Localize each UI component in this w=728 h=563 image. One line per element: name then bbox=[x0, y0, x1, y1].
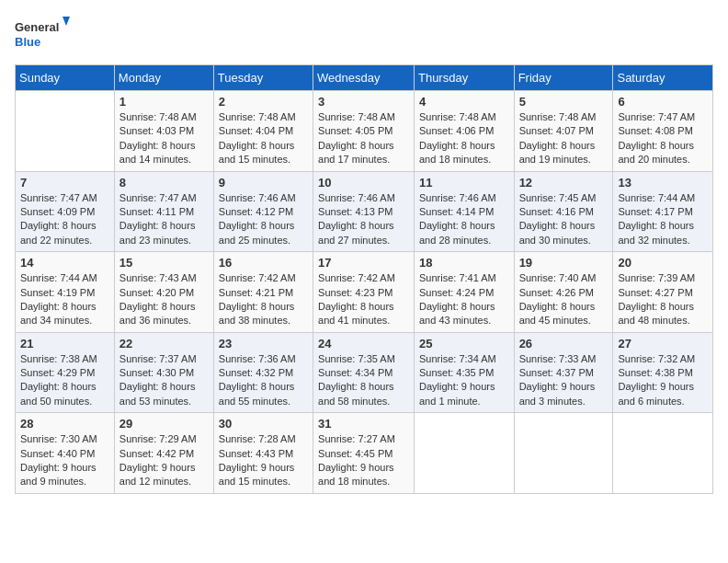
calendar-cell: 8Sunrise: 7:47 AMSunset: 4:11 PMDaylight… bbox=[114, 171, 213, 252]
calendar-cell: 14Sunrise: 7:44 AMSunset: 4:19 PMDayligh… bbox=[16, 252, 115, 333]
day-number: 30 bbox=[219, 417, 308, 431]
calendar-cell: 5Sunrise: 7:48 AMSunset: 4:07 PMDaylight… bbox=[514, 91, 613, 172]
day-number: 7 bbox=[20, 176, 109, 190]
day-info: Sunrise: 7:48 AMSunset: 4:04 PMDaylight:… bbox=[219, 110, 308, 167]
calendar-cell bbox=[613, 413, 713, 494]
day-info: Sunrise: 7:37 AMSunset: 4:30 PMDaylight:… bbox=[119, 352, 209, 409]
calendar-cell bbox=[514, 413, 613, 494]
calendar-cell: 20Sunrise: 7:39 AMSunset: 4:27 PMDayligh… bbox=[613, 252, 713, 333]
day-number: 10 bbox=[318, 176, 409, 190]
day-info: Sunrise: 7:33 AMSunset: 4:37 PMDaylight:… bbox=[519, 352, 609, 409]
calendar-cell: 16Sunrise: 7:42 AMSunset: 4:21 PMDayligh… bbox=[213, 252, 313, 333]
day-number: 16 bbox=[219, 256, 308, 270]
weekday-header-thursday: Thursday bbox=[414, 65, 514, 91]
calendar-cell: 23Sunrise: 7:36 AMSunset: 4:32 PMDayligh… bbox=[213, 332, 313, 413]
calendar-cell: 22Sunrise: 7:37 AMSunset: 4:30 PMDayligh… bbox=[114, 332, 213, 413]
day-number: 12 bbox=[519, 176, 609, 190]
weekday-header-monday: Monday bbox=[114, 65, 213, 91]
logo-svg: General Blue bbox=[15, 15, 70, 55]
day-number: 29 bbox=[119, 417, 209, 431]
header: General Blue bbox=[15, 15, 713, 55]
calendar-cell: 17Sunrise: 7:42 AMSunset: 4:23 PMDayligh… bbox=[313, 252, 415, 333]
weekday-header-wednesday: Wednesday bbox=[313, 65, 415, 91]
calendar-cell: 10Sunrise: 7:46 AMSunset: 4:13 PMDayligh… bbox=[313, 171, 415, 252]
day-number: 27 bbox=[618, 337, 708, 350]
calendar-cell bbox=[16, 91, 115, 172]
calendar-cell: 12Sunrise: 7:45 AMSunset: 4:16 PMDayligh… bbox=[514, 171, 613, 252]
day-info: Sunrise: 7:30 AMSunset: 4:40 PMDaylight:… bbox=[20, 432, 109, 489]
calendar-cell: 28Sunrise: 7:30 AMSunset: 4:40 PMDayligh… bbox=[16, 413, 115, 494]
day-number: 31 bbox=[318, 417, 409, 431]
day-number: 26 bbox=[519, 337, 609, 350]
day-info: Sunrise: 7:35 AMSunset: 4:34 PMDaylight:… bbox=[318, 352, 409, 409]
day-info: Sunrise: 7:47 AMSunset: 4:08 PMDaylight:… bbox=[618, 110, 708, 167]
day-info: Sunrise: 7:42 AMSunset: 4:21 PMDaylight:… bbox=[219, 271, 308, 328]
calendar-cell bbox=[414, 413, 514, 494]
calendar-cell: 31Sunrise: 7:27 AMSunset: 4:45 PMDayligh… bbox=[313, 413, 415, 494]
day-info: Sunrise: 7:48 AMSunset: 4:05 PMDaylight:… bbox=[318, 110, 409, 167]
calendar-cell: 7Sunrise: 7:47 AMSunset: 4:09 PMDaylight… bbox=[16, 171, 115, 252]
calendar-cell: 6Sunrise: 7:47 AMSunset: 4:08 PMDaylight… bbox=[613, 91, 713, 172]
day-number: 22 bbox=[119, 337, 209, 350]
day-number: 1 bbox=[119, 95, 209, 109]
calendar-cell: 3Sunrise: 7:48 AMSunset: 4:05 PMDaylight… bbox=[313, 91, 415, 172]
day-number: 4 bbox=[419, 95, 509, 109]
calendar-cell: 4Sunrise: 7:48 AMSunset: 4:06 PMDaylight… bbox=[414, 91, 514, 172]
day-info: Sunrise: 7:44 AMSunset: 4:17 PMDaylight:… bbox=[618, 191, 708, 248]
calendar-cell: 1Sunrise: 7:48 AMSunset: 4:03 PMDaylight… bbox=[114, 91, 213, 172]
day-info: Sunrise: 7:47 AMSunset: 4:09 PMDaylight:… bbox=[20, 191, 109, 248]
weekday-header-sunday: Sunday bbox=[16, 65, 115, 91]
day-info: Sunrise: 7:38 AMSunset: 4:29 PMDaylight:… bbox=[20, 352, 109, 409]
svg-text:General: General bbox=[15, 20, 59, 34]
day-number: 8 bbox=[119, 176, 209, 190]
logo: General Blue bbox=[15, 15, 70, 55]
day-info: Sunrise: 7:42 AMSunset: 4:23 PMDaylight:… bbox=[318, 271, 409, 328]
weekday-header-saturday: Saturday bbox=[613, 65, 713, 91]
day-info: Sunrise: 7:48 AMSunset: 4:03 PMDaylight:… bbox=[119, 110, 209, 167]
day-info: Sunrise: 7:28 AMSunset: 4:43 PMDaylight:… bbox=[219, 432, 308, 489]
weekday-header-tuesday: Tuesday bbox=[213, 65, 313, 91]
day-info: Sunrise: 7:41 AMSunset: 4:24 PMDaylight:… bbox=[419, 271, 509, 328]
day-number: 23 bbox=[219, 337, 308, 350]
day-number: 9 bbox=[219, 176, 308, 190]
day-info: Sunrise: 7:39 AMSunset: 4:27 PMDaylight:… bbox=[618, 271, 708, 328]
day-info: Sunrise: 7:43 AMSunset: 4:20 PMDaylight:… bbox=[119, 271, 209, 328]
svg-marker-2 bbox=[63, 17, 70, 26]
day-info: Sunrise: 7:27 AMSunset: 4:45 PMDaylight:… bbox=[318, 432, 409, 489]
day-number: 6 bbox=[618, 95, 708, 109]
day-number: 24 bbox=[318, 337, 409, 350]
day-number: 20 bbox=[618, 256, 708, 270]
day-info: Sunrise: 7:46 AMSunset: 4:14 PMDaylight:… bbox=[419, 191, 509, 248]
day-info: Sunrise: 7:45 AMSunset: 4:16 PMDaylight:… bbox=[519, 191, 609, 248]
calendar-cell: 27Sunrise: 7:32 AMSunset: 4:38 PMDayligh… bbox=[613, 332, 713, 413]
calendar-table: SundayMondayTuesdayWednesdayThursdayFrid… bbox=[15, 64, 713, 494]
day-number: 17 bbox=[318, 256, 409, 270]
calendar-cell: 21Sunrise: 7:38 AMSunset: 4:29 PMDayligh… bbox=[16, 332, 115, 413]
weekday-header-friday: Friday bbox=[514, 65, 613, 91]
calendar-cell: 9Sunrise: 7:46 AMSunset: 4:12 PMDaylight… bbox=[213, 171, 313, 252]
day-number: 18 bbox=[419, 256, 509, 270]
calendar-cell: 24Sunrise: 7:35 AMSunset: 4:34 PMDayligh… bbox=[313, 332, 415, 413]
day-info: Sunrise: 7:46 AMSunset: 4:13 PMDaylight:… bbox=[318, 191, 409, 248]
day-number: 5 bbox=[519, 95, 609, 109]
day-info: Sunrise: 7:34 AMSunset: 4:35 PMDaylight:… bbox=[419, 352, 509, 409]
day-number: 14 bbox=[20, 256, 109, 270]
day-info: Sunrise: 7:32 AMSunset: 4:38 PMDaylight:… bbox=[618, 352, 708, 409]
svg-text:Blue: Blue bbox=[15, 35, 40, 49]
calendar-cell: 30Sunrise: 7:28 AMSunset: 4:43 PMDayligh… bbox=[213, 413, 313, 494]
calendar-cell: 15Sunrise: 7:43 AMSunset: 4:20 PMDayligh… bbox=[114, 252, 213, 333]
calendar-cell: 2Sunrise: 7:48 AMSunset: 4:04 PMDaylight… bbox=[213, 91, 313, 172]
calendar-cell: 11Sunrise: 7:46 AMSunset: 4:14 PMDayligh… bbox=[414, 171, 514, 252]
day-number: 15 bbox=[119, 256, 209, 270]
calendar-cell: 25Sunrise: 7:34 AMSunset: 4:35 PMDayligh… bbox=[414, 332, 514, 413]
calendar-cell: 29Sunrise: 7:29 AMSunset: 4:42 PMDayligh… bbox=[114, 413, 213, 494]
day-info: Sunrise: 7:36 AMSunset: 4:32 PMDaylight:… bbox=[219, 352, 308, 409]
day-number: 11 bbox=[419, 176, 509, 190]
day-info: Sunrise: 7:40 AMSunset: 4:26 PMDaylight:… bbox=[519, 271, 609, 328]
day-info: Sunrise: 7:44 AMSunset: 4:19 PMDaylight:… bbox=[20, 271, 109, 328]
day-number: 19 bbox=[519, 256, 609, 270]
day-info: Sunrise: 7:29 AMSunset: 4:42 PMDaylight:… bbox=[119, 432, 209, 489]
calendar-cell: 18Sunrise: 7:41 AMSunset: 4:24 PMDayligh… bbox=[414, 252, 514, 333]
day-number: 13 bbox=[618, 176, 708, 190]
day-info: Sunrise: 7:46 AMSunset: 4:12 PMDaylight:… bbox=[219, 191, 308, 248]
